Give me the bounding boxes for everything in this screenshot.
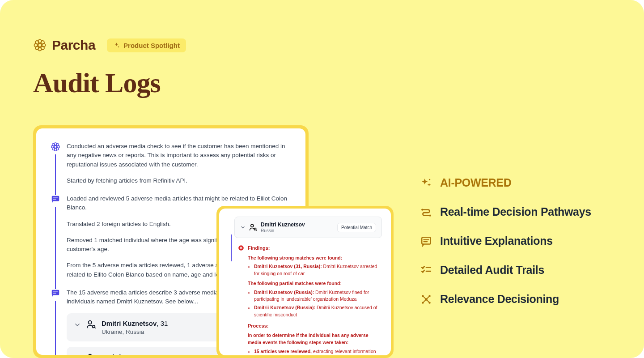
header: Parcha Product Spotlight bbox=[33, 38, 186, 53]
findings-body: Findings: The following strong matches w… bbox=[248, 244, 382, 355]
error-icon bbox=[238, 245, 244, 251]
findings-panel: Dmitri Kuznetsov Russia Potential Match … bbox=[216, 206, 394, 358]
feature-ai-powered: AI-POWERED bbox=[420, 176, 617, 189]
feature-relevance: Relevance Decisioning bbox=[420, 293, 617, 306]
match-location: Ukraine, Russia bbox=[102, 328, 168, 335]
sparkle-icon bbox=[113, 42, 120, 49]
sparkles-icon bbox=[420, 177, 432, 189]
feature-list: AI-POWERED Real-time Decision Pathways I… bbox=[420, 176, 617, 322]
status-badge: Potential Match bbox=[337, 223, 376, 232]
detail-location: Russia bbox=[261, 228, 305, 233]
process-title: Process: bbox=[248, 322, 382, 330]
detail-name: Dmitri Kuznetsov bbox=[261, 222, 305, 228]
chat-icon bbox=[51, 194, 60, 204]
findings-title: Findings: bbox=[248, 244, 382, 252]
match-detail-card[interactable]: Dmitri Kuznetsov Russia Potential Match bbox=[234, 217, 382, 238]
person-search-icon bbox=[86, 353, 96, 355]
chat-icon bbox=[51, 288, 60, 298]
match-name: Dmitri Kuznetsov bbox=[102, 353, 157, 355]
person-search-icon bbox=[249, 223, 257, 231]
chevron-down-icon bbox=[240, 225, 246, 230]
log-entry: Conducted an adverse media check to see … bbox=[67, 142, 291, 169]
process-intro: In order to determine if the individual … bbox=[248, 332, 382, 346]
brand-name: Parcha bbox=[52, 38, 95, 53]
feature-explanations: Intuitive Explanations bbox=[420, 234, 617, 247]
flower-icon bbox=[51, 142, 60, 152]
person-search-icon bbox=[86, 320, 96, 329]
finding-item: Dmitri Kuznetsov (31, Russia): Dmitri Ku… bbox=[254, 263, 382, 277]
strong-matches-title: The following strong matches were found: bbox=[248, 255, 382, 262]
product-spotlight-badge: Product Spotlight bbox=[107, 38, 186, 52]
timeline-line bbox=[55, 301, 56, 355]
finding-item: Dmitri Kuznetsov (Russia): Dmitri Kuznet… bbox=[254, 289, 382, 303]
route-icon bbox=[420, 206, 432, 218]
message-icon bbox=[420, 235, 432, 247]
feature-audit-trails: Detailed Audit Trails bbox=[420, 264, 617, 277]
match-name: Dmitri Kuznetsov, 31 bbox=[102, 320, 168, 327]
checklist-icon bbox=[420, 264, 432, 276]
timeline-line bbox=[231, 234, 232, 261]
finding-item: Dmitrii Kuznetsov (Russia): Dmitrii Kuzn… bbox=[254, 304, 382, 319]
page-title: Audit Logs bbox=[33, 67, 161, 99]
feature-pathways: Real-time Decision Pathways bbox=[420, 205, 617, 218]
badge-label: Product Spotlight bbox=[123, 42, 180, 49]
timeline-line bbox=[55, 207, 56, 289]
brand-logo-icon bbox=[33, 38, 47, 52]
chevron-down-icon bbox=[74, 321, 81, 328]
brand-logo-group: Parcha bbox=[33, 38, 95, 53]
partial-matches-title: The following partial matches were found… bbox=[248, 280, 382, 287]
timeline-line bbox=[55, 154, 56, 195]
network-icon bbox=[420, 294, 432, 305]
process-item: 15 articles were reviewed, extracting re… bbox=[254, 348, 382, 356]
log-entry: Started by fetching articles from Refini… bbox=[67, 176, 291, 185]
